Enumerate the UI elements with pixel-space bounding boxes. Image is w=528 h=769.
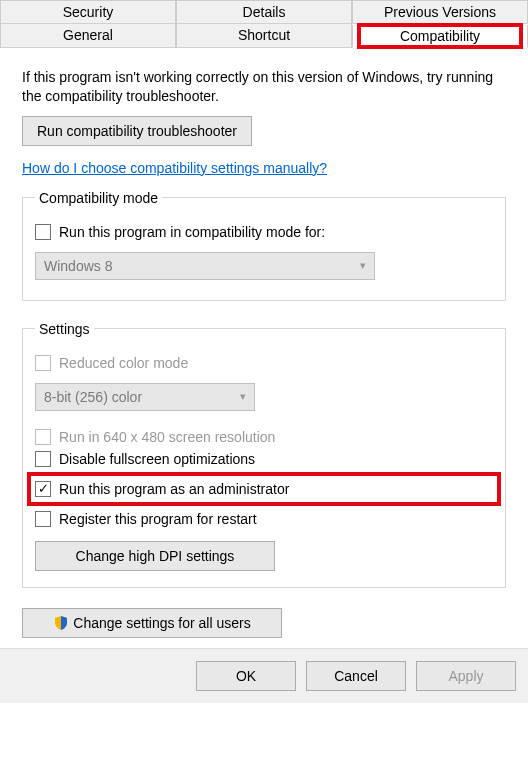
register-restart-label: Register this program for restart	[59, 511, 257, 527]
tab-security[interactable]: Security	[0, 0, 176, 23]
compat-mode-checkbox[interactable]	[35, 224, 51, 240]
intro-text: If this program isn't working correctly …	[22, 68, 506, 106]
tab-compatibility[interactable]: Compatibility	[352, 25, 528, 48]
chevron-down-icon: ▾	[360, 259, 366, 272]
change-high-dpi-button[interactable]: Change high DPI settings	[35, 541, 275, 571]
reduced-color-label: Reduced color mode	[59, 355, 188, 371]
compat-mode-label: Run this program in compatibility mode f…	[59, 224, 325, 240]
change-settings-all-users-button[interactable]: Change settings for all users	[22, 608, 282, 638]
run-as-admin-label: Run this program as an administrator	[59, 481, 289, 497]
run-640x480-checkbox	[35, 429, 51, 445]
ok-button[interactable]: OK	[196, 661, 296, 691]
help-link[interactable]: How do I choose compatibility settings m…	[22, 160, 327, 176]
compat-mode-select[interactable]: Windows 8 ▾	[35, 252, 375, 280]
reduced-color-checkbox	[35, 355, 51, 371]
settings-group: Settings Reduced color mode 8-bit (256) …	[22, 321, 506, 588]
tab-shortcut[interactable]: Shortcut	[176, 24, 352, 47]
disable-fullscreen-checkbox[interactable]	[35, 451, 51, 467]
disable-fullscreen-label: Disable fullscreen optimizations	[59, 451, 255, 467]
register-restart-checkbox[interactable]	[35, 511, 51, 527]
run-640x480-label: Run in 640 x 480 screen resolution	[59, 429, 275, 445]
run-compatibility-troubleshooter-button[interactable]: Run compatibility troubleshooter	[22, 116, 252, 146]
run-as-admin-checkbox[interactable]	[35, 481, 51, 497]
compatibility-mode-legend: Compatibility mode	[35, 190, 162, 206]
tab-previous-versions[interactable]: Previous Versions	[352, 0, 528, 23]
shield-icon	[53, 615, 69, 631]
compatibility-panel: If this program isn't working correctly …	[0, 48, 528, 648]
apply-button: Apply	[416, 661, 516, 691]
compat-mode-select-value: Windows 8	[44, 258, 112, 274]
settings-legend: Settings	[35, 321, 94, 337]
color-mode-select: 8-bit (256) color ▾	[35, 383, 255, 411]
chevron-down-icon: ▾	[240, 390, 246, 403]
compatibility-mode-group: Compatibility mode Run this program in c…	[22, 190, 506, 301]
tab-details[interactable]: Details	[176, 0, 352, 23]
color-mode-select-value: 8-bit (256) color	[44, 389, 142, 405]
cancel-button[interactable]: Cancel	[306, 661, 406, 691]
change-settings-all-users-label: Change settings for all users	[73, 615, 250, 631]
tab-general[interactable]: General	[0, 24, 176, 47]
dialog-footer: OK Cancel Apply	[0, 648, 528, 703]
